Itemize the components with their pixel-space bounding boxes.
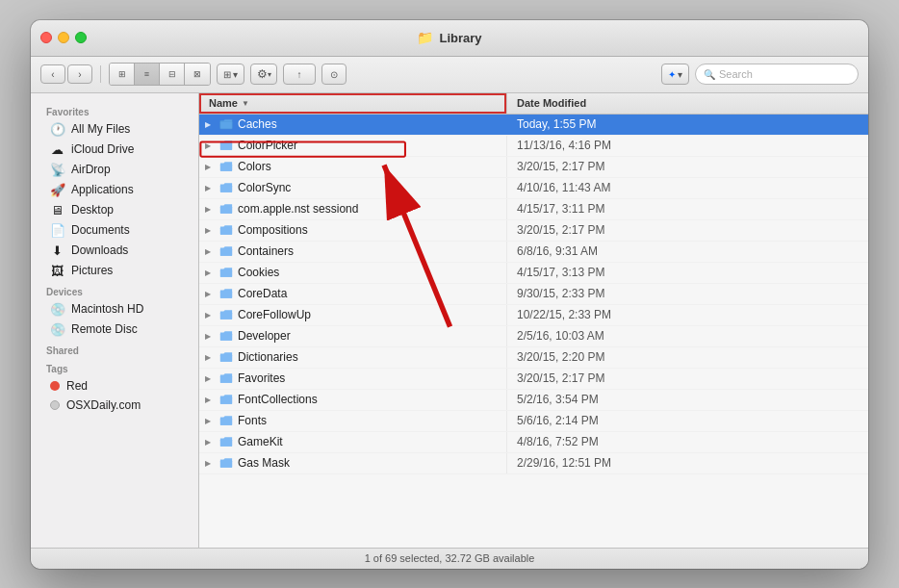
svg-rect-11 [220,354,232,361]
traffic-lights [40,32,87,43]
sidebar-item-downloads[interactable]: ⬇ Downloads [35,241,194,261]
expand-triangle: ▶ [205,417,215,425]
table-row[interactable]: ▶ ColorSync 4/10/16, 11:43 AM [199,178,868,199]
svg-rect-13 [220,396,232,403]
expand-triangle: ▶ [205,311,215,320]
svg-rect-12 [220,375,232,382]
view-buttons: ⊞ ≡ ⊟ ⊠ [109,63,211,86]
expand-triangle: ▶ [205,226,215,235]
close-button[interactable] [40,32,52,43]
tag-button[interactable]: ⊙ [321,64,347,85]
file-name-cell: ▶ Dictionaries [199,347,507,368]
file-name: Caches [238,117,277,131]
folder-icon [219,288,233,299]
files-scroll[interactable]: ▶ Caches Today, 1:55 PM ▶ [199,115,868,548]
sidebar-item-airdrop[interactable]: 📡 AirDrop [35,160,194,180]
expand-triangle: ▶ [205,163,215,171]
all-my-files-icon: 🕐 [50,122,64,137]
sidebar-item-applications[interactable]: 🚀 Applications [35,180,194,200]
svg-rect-0 [220,121,232,128]
file-name: ColorPicker [238,139,297,152]
table-row[interactable]: ▶ Cookies 4/15/17, 3:13 PM [199,263,868,284]
file-name: Dictionaries [238,350,298,364]
file-name: Colors [238,160,271,173]
table-row[interactable]: ▶ Caches Today, 1:55 PM [199,115,868,136]
file-name: Fonts [238,414,267,427]
airdrop-icon: 📡 [50,163,64,177]
name-column-header[interactable]: Name ▼ [199,93,507,114]
table-row[interactable]: ▶ Developer 2/5/16, 10:03 AM [199,326,868,347]
date-column-header[interactable]: Date Modified [507,97,868,109]
sidebar-item-documents[interactable]: 📄 Documents [35,220,194,241]
sidebar-item-pictures[interactable]: 🖼 Pictures [35,261,194,281]
file-name: Favorites [238,371,285,385]
expand-triangle: ▶ [205,290,215,298]
sidebar: Favorites 🕐 All My Files ☁ iCloud Drive … [31,93,199,548]
table-row[interactable]: ▶ GameKit 4/8/16, 7:52 PM [199,432,868,453]
arrange-chevron: ▾ [233,69,238,80]
file-date: 4/8/16, 7:52 PM [507,435,868,448]
content-area: Favorites 🕐 All My Files ☁ iCloud Drive … [31,93,868,548]
svg-rect-9 [220,312,232,319]
back-button[interactable]: ‹ [40,64,65,84]
file-date: Today, 1:55 PM [507,117,868,131]
column-header: Name ▼ Date Modified [199,93,868,115]
sidebar-item-label: Documents [71,223,130,237]
table-row[interactable]: ▶ CoreData 9/30/15, 2:33 PM [199,284,868,305]
file-name-cell: ▶ Containers [199,242,507,262]
sidebar-item-label: Downloads [71,243,128,257]
list-view-button[interactable]: ≡ [135,64,160,85]
sidebar-item-label: iCloud Drive [71,142,134,156]
forward-button[interactable]: › [67,64,92,84]
folder-icon [219,330,233,342]
table-row[interactable]: ▶ ColorPicker 11/13/16, 4:16 PM [199,136,868,157]
file-name: CoreFollowUp [238,308,311,321]
column-view-button[interactable]: ⊟ [160,64,185,85]
file-date: 9/30/15, 2:33 PM [507,287,868,300]
table-row[interactable]: ▶ CoreFollowUp 10/22/15, 2:33 PM [199,305,868,326]
table-row[interactable]: ▶ Containers 6/8/16, 9:31 AM [199,242,868,263]
file-name: ColorSync [238,181,291,194]
sidebar-item-icloud[interactable]: ☁ iCloud Drive [35,140,194,160]
status-text: 1 of 69 selected, 32.72 GB available [365,552,535,564]
action-button[interactable]: ⚙ ▾ [250,64,277,85]
file-name-cell: ▶ ColorSync [199,178,507,198]
sidebar-item-tag-red[interactable]: Red [35,376,194,396]
arrange-button[interactable]: ⊞ ▾ [217,64,244,85]
minimize-button[interactable] [58,32,69,43]
icon-view-button[interactable]: ⊞ [110,64,135,85]
table-row[interactable]: ▶ Fonts 5/6/16, 2:14 PM [199,411,868,432]
cover-flow-button[interactable]: ⊠ [185,64,210,85]
svg-rect-7 [220,269,232,276]
table-row[interactable]: ▶ Dictionaries 3/20/15, 2:20 PM [199,347,868,369]
sidebar-item-all-my-files[interactable]: 🕐 All My Files [35,119,194,140]
search-bar[interactable]: 🔍 Search [695,64,859,85]
expand-triangle: ▶ [205,268,215,277]
maximize-button[interactable] [75,32,87,43]
table-row[interactable]: ▶ FontCollections 5/2/16, 3:54 PM [199,390,868,411]
file-name-cell: ▶ Favorites [199,369,507,389]
name-column-label: Name [209,97,238,109]
file-name-cell: ▶ ColorPicker [199,136,507,156]
file-name-cell: ▶ FontCollections [199,390,507,410]
file-date: 2/5/16, 10:03 AM [507,329,868,343]
sidebar-item-remote-disc[interactable]: 💿 Remote Disc [35,320,194,340]
table-row[interactable]: ▶ Compositions 3/20/15, 2:17 PM [199,220,868,242]
devices-label: Devices [31,281,198,299]
sidebar-item-tag-osxdaily[interactable]: OSXDaily.com [35,396,194,415]
file-date: 4/10/16, 11:43 AM [507,181,868,194]
file-name-cell: ▶ Compositions [199,220,507,241]
share-button[interactable]: ↑ [283,64,316,85]
sidebar-item-macintosh-hd[interactable]: 💿 Macintosh HD [35,299,194,320]
dropbox-button[interactable]: ✦ ▾ [661,64,689,85]
folder-icon [219,161,233,172]
sort-arrow: ▼ [242,99,249,108]
tags-label: Tags [31,358,198,376]
file-list: Name ▼ Date Modified ▶ [199,93,868,548]
table-row[interactable]: ▶ Gas Mask 2/29/16, 12:51 PM [199,453,868,474]
table-row[interactable]: ▶ Colors 3/20/15, 2:17 PM [199,157,868,178]
table-row[interactable]: ▶ Favorites 3/20/15, 2:17 PM [199,369,868,390]
folder-icon [219,351,233,363]
table-row[interactable]: ▶ com.apple.nst sessiond 4/15/17, 3:11 P… [199,199,868,220]
sidebar-item-desktop[interactable]: 🖥 Desktop [35,200,194,220]
